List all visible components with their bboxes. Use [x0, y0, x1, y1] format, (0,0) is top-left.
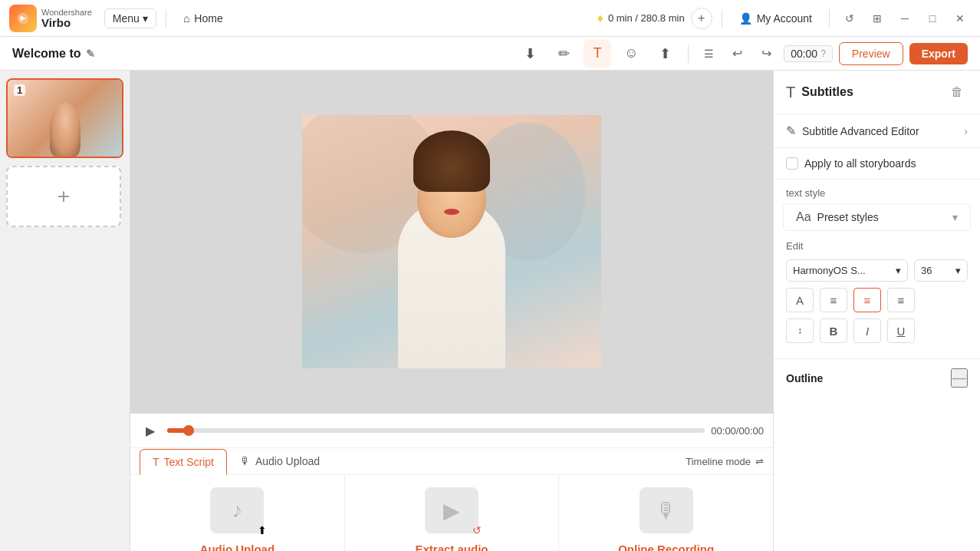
preset-text-icon: Aa	[796, 210, 811, 224]
tab-audio-upload[interactable]: 🎙 Audio Upload	[227, 448, 333, 474]
preview-button[interactable]: Preview	[839, 42, 903, 65]
tab-text-script[interactable]: T Text Script	[140, 449, 227, 475]
canvas-viewport	[130, 71, 773, 413]
align-center-button[interactable]: ≡	[853, 288, 881, 312]
adv-editor-label: Subtitle Advanced Editor	[802, 125, 958, 137]
text-style-label: text style	[774, 180, 980, 203]
size-selector[interactable]: 36 ▾	[914, 259, 968, 282]
redo-button[interactable]: ↪	[755, 42, 778, 65]
timeline-area: ▶ 00:00/00:00 T Text Script 🎙 Audio Uplo…	[130, 413, 773, 551]
add-storyboard-icon: +	[58, 184, 70, 209]
help-icon: ?	[821, 48, 826, 59]
font-selector[interactable]: HarmonyOS S... ▾	[786, 259, 908, 282]
progress-handle[interactable]	[183, 425, 194, 436]
audio-note-icon: ♪	[232, 498, 242, 523]
close-button[interactable]: ✕	[949, 8, 971, 29]
edit-section-label: Edit	[786, 240, 968, 252]
app-name-label: Virbo	[41, 17, 92, 28]
subtitles-title: Subtitles	[801, 85, 940, 99]
color-button[interactable]: A	[786, 288, 814, 312]
audio-upload-option[interactable]: ♪ ⬆ Audio Upload MP3 or WAV (Up to 5 min…	[130, 475, 345, 551]
upload-tool-button[interactable]: ⬆	[651, 40, 679, 68]
duration-text: 0 min / 280.8 min	[608, 12, 685, 24]
underline-icon: U	[897, 325, 906, 338]
font-selector-chevron-icon: ▾	[896, 265, 901, 276]
divider-1	[166, 9, 166, 28]
project-title-text: Welcome to	[12, 47, 81, 61]
play-button[interactable]: ▶	[140, 420, 161, 441]
menu-button[interactable]: Menu ▾	[104, 8, 156, 28]
preview-label: Preview	[852, 48, 890, 60]
align-center-icon: ≡	[864, 294, 871, 307]
undo-button[interactable]: ↩	[725, 42, 748, 65]
timeline-mode-label: Timeline mode	[686, 456, 751, 467]
home-button[interactable]: ⌂ Home	[176, 9, 231, 28]
audio-upload-title: Audio Upload	[200, 543, 275, 551]
italic-icon: I	[866, 325, 869, 338]
media-tool-button[interactable]: ⬇	[516, 40, 544, 68]
align-right-icon: ≡	[898, 294, 905, 307]
brush-tool-button[interactable]: ✏	[550, 40, 577, 68]
minimize-button[interactable]: ─	[894, 8, 916, 29]
online-recording-option[interactable]: 🎙 Online Recording Up to 5 mins	[559, 475, 773, 551]
upload-options: ♪ ⬆ Audio Upload MP3 or WAV (Up to 5 min…	[130, 475, 773, 551]
sticker-icon: ☺	[624, 45, 638, 61]
align-left-button[interactable]: ≡	[820, 288, 847, 312]
apply-all-label: Apply to all storyboards	[804, 157, 916, 170]
align-right-button[interactable]: ≡	[887, 288, 915, 312]
outline-label: Outline	[786, 372, 823, 384]
outline-section: Outline —	[774, 358, 980, 397]
progress-bar[interactable]	[167, 428, 705, 433]
crown-icon: ♦	[597, 12, 603, 25]
adv-editor-chevron-icon: ›	[964, 125, 968, 137]
bold-icon: B	[830, 325, 838, 338]
italic-button[interactable]: I	[853, 318, 881, 343]
color-a-icon: A	[796, 294, 804, 307]
edit-section: Edit HarmonyOS S... ▾ 36 ▾ A ≡	[774, 231, 980, 358]
line-spacing-button[interactable]: ↕	[786, 318, 814, 343]
main-area: 1 +	[0, 71, 980, 551]
logo-area: Wondershare Virbo	[9, 5, 92, 32]
export-button[interactable]: Export	[909, 43, 968, 64]
underline-button[interactable]: U	[887, 318, 915, 343]
extract-audio-icon-wrap: ▶ ↺	[425, 487, 478, 533]
media-icon: ⬇	[525, 45, 536, 62]
menu-label: Menu	[113, 12, 140, 25]
audio-tab-icon: 🎙	[240, 455, 251, 467]
storyboard-number-1: 1	[14, 84, 25, 96]
menu-chevron-icon: ▾	[143, 12, 148, 25]
save-icon-button[interactable]: ☰	[698, 43, 719, 64]
home-label: Home	[194, 12, 222, 25]
bold-button[interactable]: B	[820, 318, 847, 343]
grid-button[interactable]: ⊞	[867, 8, 888, 29]
account-button[interactable]: 👤 My Account	[732, 9, 820, 28]
account-person-icon: 👤	[739, 12, 752, 25]
storyboard-item-1[interactable]: 1	[6, 78, 123, 158]
edit-title-icon[interactable]: ✎	[86, 48, 95, 60]
refresh-button[interactable]: ↺	[839, 8, 860, 29]
extract-refresh-badge: ↺	[472, 524, 482, 536]
preset-styles-row[interactable]: Aa Preset styles ▾	[783, 203, 971, 231]
subtitles-icon: T	[786, 84, 795, 101]
delete-button[interactable]: 🗑	[946, 81, 968, 103]
subtitle-advanced-editor-row[interactable]: ✎ Subtitle Advanced Editor ›	[774, 114, 980, 148]
text-tool-button[interactable]: T	[584, 40, 611, 68]
topbar: Wondershare Virbo Menu ▾ ⌂ Home ♦ 0 min …	[0, 0, 980, 37]
duration-area: ♦ 0 min / 280.8 min	[597, 12, 685, 25]
tabs-row: T Text Script 🎙 Audio Upload Timeline mo…	[130, 448, 773, 475]
timeline-mode-toggle[interactable]: Timeline mode ⇌	[686, 456, 764, 467]
add-duration-button[interactable]: +	[691, 8, 712, 29]
online-recording-icon-wrap: 🎙	[640, 487, 693, 533]
outline-toggle-button[interactable]: —	[951, 368, 968, 388]
account-label: My Account	[757, 12, 812, 25]
divider-2	[722, 9, 722, 28]
project-title: Welcome to ✎	[12, 47, 95, 61]
microphone-icon: 🎙	[656, 498, 677, 523]
extract-audio-option[interactable]: ▶ ↺ Extract audio MP4 (Up to 5 mins)	[345, 475, 560, 551]
storyboard-add-button[interactable]: +	[6, 166, 121, 227]
preset-styles-label: Preset styles	[817, 211, 946, 223]
divider-3	[829, 9, 830, 28]
apply-all-checkbox[interactable]	[786, 157, 798, 170]
sticker-tool-button[interactable]: ☺	[617, 40, 645, 68]
maximize-button[interactable]: □	[922, 8, 943, 29]
